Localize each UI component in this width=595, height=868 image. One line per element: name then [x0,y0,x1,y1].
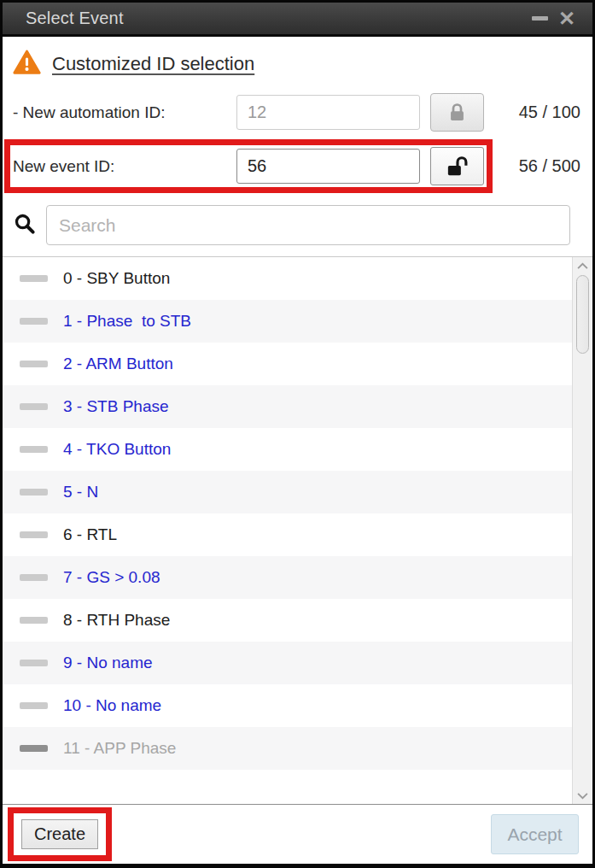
id-fields-section: - New automation ID: 45 / 100 New event … [4,85,591,193]
dash-handle-icon [20,702,48,709]
list-item-label: 3 - STB Phase [63,397,169,416]
minimize-icon [532,16,548,21]
list-item[interactable]: 5 - N [3,471,572,513]
dash-handle-icon [20,446,48,453]
minimize-button[interactable] [526,6,553,32]
list-item-label: 6 - RTL [63,525,117,544]
list-item[interactable]: 11 - APP Phase [3,727,572,770]
list-item-label: 4 - TKO Button [63,440,171,459]
event-unlock-button[interactable] [430,147,484,185]
event-list: 0 - SBY Button 1 - Phase to STB 2 - ARM … [3,257,572,804]
event-id-row: New event ID: 56 / 500 [4,139,591,193]
list-item[interactable]: 9 - No name [3,642,572,684]
list-item[interactable]: 8 - RTH Phase [3,599,572,642]
dash-handle-icon [20,489,48,496]
chevron-down-icon[interactable] [576,787,589,804]
automation-id-counter: 45 / 100 [493,103,591,122]
dash-handle-icon [20,361,48,367]
list-item[interactable]: 0 - SBY Button [3,257,572,300]
list-item-label: 8 - RTH Phase [63,611,170,630]
event-list-panel: 0 - SBY Button 1 - Phase to STB 2 - ARM … [3,256,592,805]
dash-handle-icon [20,660,48,666]
list-item[interactable]: 2 - ARM Button [3,343,572,385]
list-item-label: 1 - Phase to STB [63,312,191,331]
dash-handle-icon [20,745,48,752]
list-item-label: 11 - APP Phase [63,739,176,758]
automation-id-input [236,95,420,130]
list-item-label: 9 - No name [63,654,153,672]
close-icon: ✕ [558,9,575,29]
list-item-label: 0 - SBY Button [63,269,170,288]
automation-id-row: - New automation ID: 45 / 100 [4,85,591,139]
automation-id-frame: - New automation ID: [4,85,493,139]
lock-closed-icon [446,101,469,124]
automation-id-label: - New automation ID: [13,103,236,122]
footer-bar: Create Accept [3,805,592,864]
dash-handle-icon [20,617,48,624]
window-title: Select Event [26,9,526,28]
accept-button: Accept [491,814,579,854]
list-item[interactable]: 4 - TKO Button [3,428,572,471]
dash-handle-icon [20,531,48,538]
vertical-scrollbar[interactable] [572,257,592,804]
dash-handle-icon [20,403,48,410]
annotation-box-create: Create [8,807,112,861]
scrollbar-thumb[interactable] [576,275,589,354]
customized-id-selection-heading: Customized ID selection [52,53,254,75]
search-input[interactable] [46,205,570,245]
list-item[interactable]: 7 - GS > 0.08 [3,556,572,599]
lock-open-icon [445,154,470,179]
list-item-label: 5 - N [63,483,98,501]
list-item-label: 7 - GS > 0.08 [63,568,160,587]
event-id-counter: 56 / 500 [493,156,591,176]
list-item[interactable]: 1 - Phase to STB [3,300,572,343]
warning-triangle-icon [13,50,41,79]
list-item-label: 2 - ARM Button [63,355,173,373]
search-icon [13,212,36,238]
close-button[interactable]: ✕ [553,6,580,32]
list-item-label: 10 - No name [63,696,161,715]
list-item[interactable]: 10 - No name [3,684,572,727]
dash-handle-icon [20,574,48,581]
annotation-box-event-id: New event ID: [4,139,493,193]
list-item[interactable]: 6 - RTL [3,513,572,556]
automation-lock-button [430,93,484,132]
warning-header: Customized ID selection [13,50,584,79]
event-id-input[interactable] [236,149,420,184]
title-bar: Select Event ✕ [3,3,592,37]
dash-handle-icon [20,275,48,282]
search-row [13,205,570,245]
event-id-label: New event ID: [13,157,236,176]
list-item[interactable]: 3 - STB Phase [3,385,572,428]
create-button[interactable]: Create [21,819,98,849]
chevron-up-icon[interactable] [576,257,589,274]
dash-handle-icon [20,318,48,325]
select-event-dialog: Select Event ✕ Customized ID selection -… [0,0,595,868]
